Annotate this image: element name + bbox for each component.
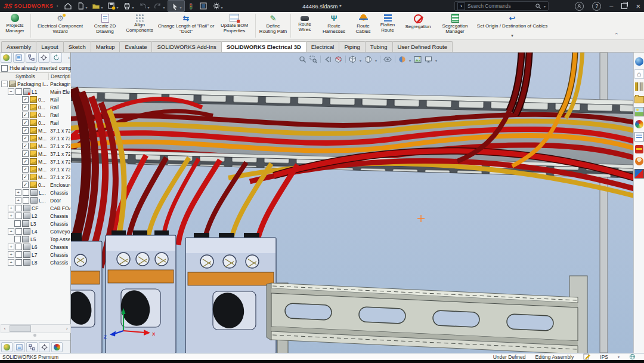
search-input[interactable]: Search Commands <box>467 3 532 9</box>
tree-item[interactable]: M...37.1 x 72.4 <box>0 158 71 165</box>
tree-item[interactable]: L...Chassis <box>0 189 71 196</box>
ribbon-collapse-icon[interactable] <box>614 32 619 38</box>
restore-button[interactable] <box>621 3 627 9</box>
description-column-header[interactable]: Description <box>51 73 70 79</box>
dropdown-icon[interactable] <box>101 1 103 11</box>
tab-user-defined-route[interactable]: User Defined Route <box>392 41 453 52</box>
dropdown-icon[interactable] <box>180 1 182 11</box>
search-dropdown-icon[interactable]: ▾ <box>544 4 546 8</box>
ribbon-button-change-length[interactable]: Change Length of "Rail" or "Duct" <box>157 12 215 39</box>
tab-sketch[interactable]: Sketch <box>63 41 91 52</box>
tree-item[interactable]: 0...Enclosure <box>0 181 71 189</box>
help-icon[interactable] <box>592 2 601 11</box>
tree-item[interactable]: L3Chassis <box>0 220 71 227</box>
scroll-right-icon[interactable] <box>63 326 70 331</box>
custom-properties-icon[interactable] <box>634 132 644 141</box>
item-checkbox[interactable] <box>22 104 29 110</box>
tab-solidworks-add-ins[interactable]: SOLIDWORKS Add-Ins <box>151 41 221 52</box>
view-palette-icon[interactable] <box>634 107 644 116</box>
tree-item[interactable]: L6Chassis <box>0 243 71 251</box>
tree-view-button[interactable] <box>26 342 38 352</box>
tab-markup[interactable]: Markup <box>91 41 120 52</box>
expander-icon[interactable] <box>8 259 14 266</box>
ribbon-button-update-bom[interactable]: Update BOM Properties <box>215 12 253 39</box>
open-document-button[interactable] <box>89 1 105 11</box>
ribbon-button-set-origin-destination[interactable]: Set Origin / Destination of Cables <box>474 12 550 39</box>
item-checkbox[interactable] <box>22 158 29 165</box>
section-view-button[interactable] <box>335 56 342 63</box>
solidworks-logo[interactable]: ЗS SOLIDWORKS › <box>0 2 61 10</box>
home-button[interactable] <box>61 1 75 11</box>
design-checker-button[interactable] <box>185 1 197 11</box>
item-checkbox[interactable] <box>22 166 29 173</box>
search-commands-box[interactable]: Search Commands ▾ <box>454 1 549 11</box>
refresh-button[interactable] <box>51 53 62 63</box>
graphics-area[interactable]: X Z <box>71 53 633 353</box>
expander-icon[interactable] <box>15 189 21 196</box>
dropdown-icon[interactable] <box>132 1 134 11</box>
circuit-breaker[interactable] <box>71 233 102 353</box>
forum-icon[interactable] <box>635 157 643 165</box>
horizontal-scrollbar[interactable] <box>1 324 71 333</box>
dropdown-icon[interactable] <box>360 54 361 64</box>
list-view-button[interactable] <box>14 342 25 352</box>
redo-button[interactable] <box>151 1 167 11</box>
tree-item[interactable]: 0...Rail <box>0 103 71 111</box>
edit-appearance-button[interactable] <box>398 56 406 63</box>
dropdown-icon[interactable] <box>85 1 87 11</box>
tree-item[interactable]: L7Chassis <box>0 251 71 259</box>
item-checkbox[interactable] <box>22 182 29 188</box>
editing-mode[interactable]: Editing Assembly <box>535 354 574 360</box>
tree-item[interactable]: L5Top Assem... <box>0 235 71 243</box>
item-checkbox[interactable] <box>22 150 29 157</box>
edit-sheet-icon[interactable] <box>583 353 590 360</box>
select-tool-button[interactable] <box>168 0 185 12</box>
project-button[interactable] <box>1 342 13 352</box>
tree-item[interactable]: M...37.1 x 72.4 <box>0 150 71 158</box>
locate-component-button[interactable] <box>39 342 50 352</box>
locate-component-button[interactable] <box>38 53 49 63</box>
item-chec kbox[interactable] <box>16 228 22 235</box>
expander-icon[interactable] <box>8 244 14 250</box>
frame-upright[interactable] <box>600 53 608 353</box>
ribbon-button-segregation[interactable]: Segregation <box>400 12 436 39</box>
electrical-toolbox-icon[interactable] <box>635 145 643 153</box>
new-document-button[interactable] <box>75 1 89 11</box>
file-explorer-icon[interactable] <box>634 96 644 103</box>
tree-item[interactable]: M...37.1 x 72.4 <box>0 165 71 173</box>
tree-item[interactable]: M...37.1 x 72.4 <box>0 173 71 181</box>
zoom-to-area-button[interactable] <box>309 56 317 63</box>
tab-solidworks-electrical-3d[interactable]: SOLIDWORKS Electrical 3D <box>221 41 306 52</box>
tab-evaluate[interactable]: Evaluate <box>119 41 152 52</box>
view-orientation-button[interactable] <box>349 56 357 63</box>
tree-item[interactable]: M...37.1 x 72.4 <box>0 127 71 134</box>
item-checkbox[interactable] <box>22 143 29 149</box>
scroll-left-icon[interactable] <box>1 326 8 331</box>
tags-globe-icon[interactable] <box>629 353 636 360</box>
brand-expand-icon[interactable]: › <box>56 3 58 9</box>
print-button[interactable] <box>120 1 136 11</box>
item-checkbox[interactable] <box>16 259 22 266</box>
toolbar-overflow-icon[interactable] <box>68 55 70 61</box>
dropdown-icon[interactable] <box>511 29 513 39</box>
tree-item[interactable]: 0...Rail <box>0 111 71 119</box>
scrollbar-thumb[interactable] <box>10 325 31 332</box>
column-divider[interactable] <box>48 73 49 80</box>
item-checkbox[interactable] <box>14 236 21 242</box>
tab-piping[interactable]: Piping <box>339 41 365 52</box>
circuit-breaker[interactable] <box>185 233 276 353</box>
panel-resize-handle[interactable] <box>33 334 36 337</box>
undo-button[interactable] <box>136 1 151 11</box>
units-selector[interactable]: IPS <box>600 354 608 360</box>
tree-item[interactable]: CFCAB FOAM <box>0 204 71 212</box>
tree-item[interactable]: L...Door <box>0 196 71 204</box>
save-button[interactable] <box>105 1 120 11</box>
tree-item[interactable]: M...37.1 x 72.4 <box>0 134 71 142</box>
tree-item[interactable]: 0...Rail <box>0 119 71 127</box>
hide-show-items-button[interactable] <box>383 56 392 63</box>
hide-inserted-filter[interactable]: Hide already inserted components <box>1 64 71 72</box>
item-checkbox[interactable] <box>23 197 29 204</box>
expander-icon[interactable] <box>8 228 14 235</box>
list-view-button[interactable] <box>13 53 24 63</box>
ribbon-button-create-2d-drawing[interactable]: Create 2D Drawing <box>88 12 122 39</box>
